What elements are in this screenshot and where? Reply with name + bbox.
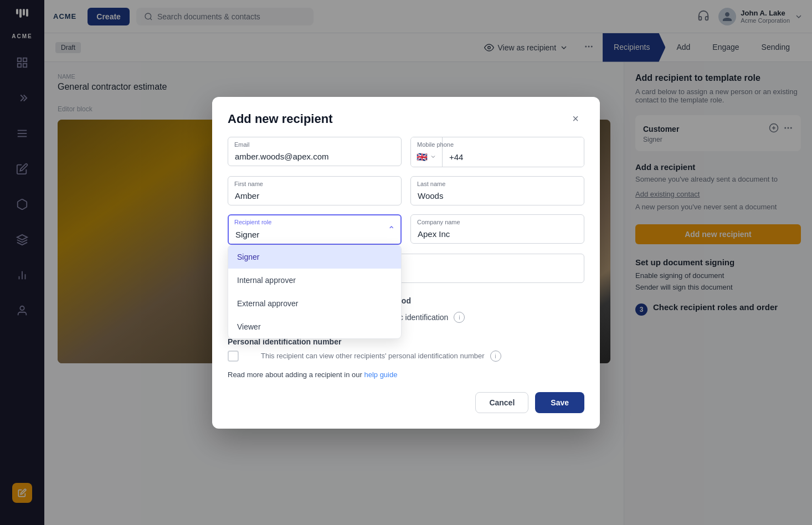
email-label: Email <box>234 141 250 148</box>
personal-id-section: Personal identification number This reci… <box>228 337 584 362</box>
save-button[interactable]: Save <box>535 392 584 413</box>
modal-close-button[interactable]: × <box>567 110 584 128</box>
help-text-prefix: Read more about adding a recipient in ou… <box>228 370 364 379</box>
role-company-row: Recipient role Signer ⌃ Signer Internal … <box>228 214 584 245</box>
email-input[interactable] <box>228 137 402 166</box>
help-guide-link[interactable]: help guide <box>364 370 397 379</box>
dropdown-item-external-approver[interactable]: External approver <box>228 292 401 315</box>
company-name-label: Company name <box>417 219 460 225</box>
personal-id-row: This recipient can view other recipients… <box>228 351 584 362</box>
recipient-role-dropdown-menu: Signer Internal approver External approv… <box>228 245 402 339</box>
modal-body: Email Mobile phone 🇬🇧 <box>212 137 600 429</box>
personal-id-checkbox[interactable] <box>228 351 239 362</box>
modal-title: Add new recipient <box>228 112 332 126</box>
phone-group: Mobile phone 🇬🇧 <box>410 137 584 167</box>
email-group: Email <box>228 137 402 167</box>
personal-id-info-icon[interactable]: i <box>490 351 501 362</box>
help-text: Read more about adding a recipient in ou… <box>228 370 584 379</box>
company-name-group: Company name <box>410 214 584 245</box>
modal-footer: Cancel Save <box>228 392 584 413</box>
first-name-label: First name <box>234 181 263 187</box>
dropdown-item-viewer[interactable]: Viewer <box>228 315 401 338</box>
modal: Add new recipient × Email Mobile phone 🇬… <box>212 97 600 429</box>
modal-overlay[interactable]: Add new recipient × Email Mobile phone 🇬… <box>0 0 812 525</box>
email-phone-row: Email Mobile phone 🇬🇧 <box>228 137 584 167</box>
dropdown-item-internal-approver[interactable]: Internal approver <box>228 269 401 292</box>
mobile-label: Mobile phone <box>417 141 454 148</box>
personal-id-desc: This recipient can view other recipients… <box>261 352 485 360</box>
modal-header: Add new recipient × <box>212 97 600 137</box>
flag-emoji: 🇬🇧 <box>417 152 428 162</box>
cancel-button[interactable]: Cancel <box>475 392 528 413</box>
electronic-id-info-icon[interactable]: i <box>454 312 465 323</box>
recipient-role-group: Recipient role Signer ⌃ Signer Internal … <box>228 214 402 245</box>
recipient-role-label: Recipient role <box>234 219 271 225</box>
last-name-group: Last name <box>410 176 584 205</box>
flag-chevron-icon <box>430 153 436 160</box>
last-name-label: Last name <box>417 181 445 187</box>
name-row: First name Last name <box>228 176 584 205</box>
first-name-group: First name <box>228 176 402 205</box>
phone-input[interactable] <box>443 137 584 167</box>
dropdown-item-signer[interactable]: Signer <box>228 245 401 269</box>
